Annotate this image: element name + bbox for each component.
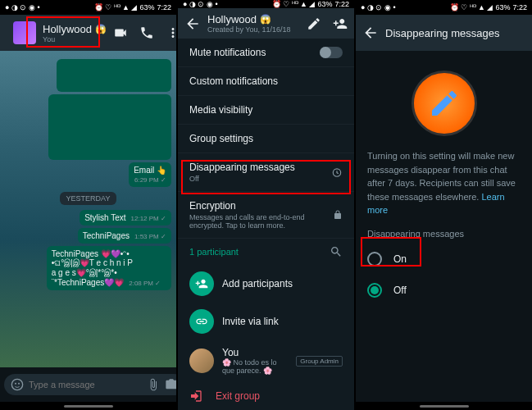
radio-icon	[367, 283, 382, 298]
highlight-box	[361, 237, 421, 266]
date-separator: YESTERDAY	[60, 192, 117, 205]
link-icon	[195, 315, 208, 328]
lock-icon	[333, 210, 343, 220]
custom-notifications[interactable]: Custom notifications	[178, 67, 354, 96]
back-icon[interactable]	[362, 25, 379, 41]
voice-call-icon[interactable]	[139, 25, 154, 40]
media-visibility[interactable]: Media visibility	[178, 96, 354, 125]
settings-list: Mute notifications Custom notifications …	[178, 39, 354, 410]
exit-icon	[189, 390, 202, 403]
dm-header: Disappearing messages	[356, 15, 532, 51]
info-header: Hollywood😱 Created by You, 11/16/18	[178, 8, 354, 39]
chat-header: Hollywood😱 You	[0, 15, 176, 51]
admin-badge: Group Admin	[296, 356, 343, 367]
dm-content: Turning on this setting will make new me…	[356, 51, 532, 402]
nav-bar	[0, 402, 176, 410]
add-person-icon	[195, 277, 208, 290]
back-icon[interactable]	[184, 16, 201, 32]
add-participants[interactable]: Add participants	[178, 265, 354, 303]
status-bar: ● ◑ ⊙ ◉ • ⏰ ♡ ᴴᴰ ▲ ◢ 63% 7:22	[356, 0, 532, 15]
chat-area[interactable]: Email 👆6:29 PM ✓ YESTERDAY Stylish Text1…	[0, 51, 176, 367]
highlight-box	[26, 16, 100, 48]
svg-point-1	[15, 383, 16, 385]
attach-icon[interactable]	[147, 378, 160, 391]
disappearing-messages-screen: ● ◑ ⊙ ◉ • ⏰ ♡ ᴴᴰ ▲ ◢ 63% 7:22 Disappeari…	[356, 0, 532, 410]
svg-point-2	[18, 383, 20, 385]
group-settings[interactable]: Group settings	[178, 125, 354, 153]
highlight-box	[181, 160, 351, 194]
mute-toggle[interactable]	[320, 47, 343, 58]
pencil-icon	[412, 71, 477, 136]
emoji-icon[interactable]	[11, 378, 24, 391]
svg-point-0	[11, 379, 22, 390]
camera-icon[interactable]	[165, 378, 176, 391]
add-person-icon[interactable]	[333, 16, 348, 31]
exit-group[interactable]: Exit group	[178, 381, 354, 410]
status-bar: ● ◑ ⊙ ◉ • ⏰ ♡ ᴴᴰ ▲ ◢ 63% 7:22	[0, 0, 176, 15]
nav-bar	[356, 402, 532, 410]
search-icon[interactable]	[330, 245, 343, 258]
group-info-screen: ● ◑ ⊙ ◉ • ⏰ ♡ ᴴᴰ ▲ ◢ 63% 7:22 Hollywood😱…	[178, 0, 354, 410]
invite-via-link[interactable]: Invite via link	[178, 303, 354, 340]
mute-notifications[interactable]: Mute notifications	[178, 39, 354, 67]
avatar	[189, 348, 214, 373]
radio-off[interactable]: Off	[367, 275, 521, 306]
message-input-bar	[0, 367, 176, 402]
encryption[interactable]: EncryptionMessages and calls are end-to-…	[178, 192, 354, 239]
chat-screen: ● ◑ ⊙ ◉ • ⏰ ♡ ᴴᴰ ▲ ◢ 63% 7:22 Hollywood😱…	[0, 0, 176, 410]
participant-you[interactable]: You🌸 No todo es lo que parece. 🌸 Group A…	[178, 340, 354, 381]
message-input[interactable]	[4, 374, 176, 395]
edit-icon[interactable]	[307, 16, 321, 31]
video-call-icon[interactable]	[113, 25, 128, 40]
status-bar: ● ◑ ⊙ ◉ • ⏰ ♡ ᴴᴰ ▲ ◢ 63% 7:22	[178, 0, 354, 8]
participants-header: 1 participant	[178, 239, 354, 265]
more-icon[interactable]	[166, 25, 176, 40]
